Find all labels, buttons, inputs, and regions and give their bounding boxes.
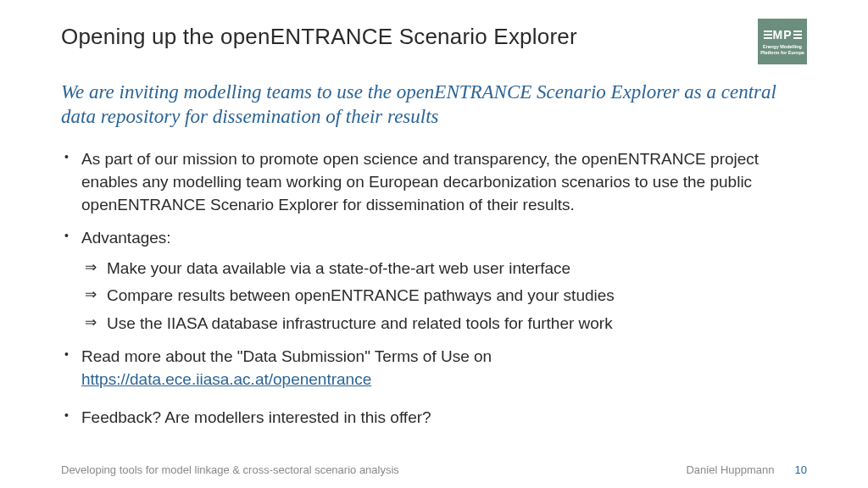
- footer-author: Daniel Huppmann: [686, 463, 774, 476]
- bullet-text: Feedback? Are modellers interested in th…: [81, 408, 431, 426]
- logo-bars-icon: [764, 30, 772, 39]
- footer-left: Developing tools for model linkage & cro…: [61, 463, 399, 476]
- sub-bullet-text: Use the IIASA database infrastructure an…: [107, 314, 613, 332]
- subtitle: We are inviting modelling teams to use t…: [61, 80, 807, 130]
- list-item: Feedback? Are modellers interested in th…: [61, 407, 807, 430]
- logo-bars-icon: [793, 30, 802, 39]
- footer-right: Daniel Huppmann 10: [686, 463, 807, 476]
- terms-link[interactable]: https://data.ece.iiasa.ac.at/openentranc…: [81, 370, 371, 388]
- logo-text: MP: [773, 28, 793, 42]
- footer: Developing tools for model linkage & cro…: [0, 463, 868, 476]
- empe-logo: MP Energy Modelling Platform for Europe: [758, 19, 807, 64]
- list-item: Read more about the "Data Submission" Te…: [61, 346, 807, 391]
- list-item: As part of our mission to promote open s…: [61, 148, 807, 217]
- sub-list: Make your data available via a state-of-…: [81, 257, 807, 336]
- slide: Opening up the openENTRANCE Scenario Exp…: [0, 0, 868, 488]
- logo-main: MP: [764, 28, 802, 42]
- sub-bullet-text: Compare results between openENTRANCE pat…: [107, 286, 615, 304]
- sub-list-item: Compare results between openENTRANCE pat…: [81, 284, 807, 308]
- list-item: Advantages: Make your data available via…: [61, 227, 807, 336]
- header-row: Opening up the openENTRANCE Scenario Exp…: [61, 24, 807, 64]
- logo-subtitle: Energy Modelling Platform for Europe: [760, 44, 805, 55]
- sub-list-item: Make your data available via a state-of-…: [81, 257, 807, 281]
- content: As part of our mission to promote open s…: [61, 148, 807, 430]
- bullet-text: Read more about the "Data Submission" Te…: [81, 347, 492, 365]
- sub-list-item: Use the IIASA database infrastructure an…: [81, 312, 807, 336]
- bullet-text: Advantages:: [81, 229, 171, 247]
- sub-bullet-text: Make your data available via a state-of-…: [107, 259, 570, 277]
- page-number: 10: [795, 463, 807, 476]
- main-list: As part of our mission to promote open s…: [61, 148, 807, 430]
- bullet-text: As part of our mission to promote open s…: [81, 150, 759, 214]
- page-title: Opening up the openENTRANCE Scenario Exp…: [61, 24, 577, 50]
